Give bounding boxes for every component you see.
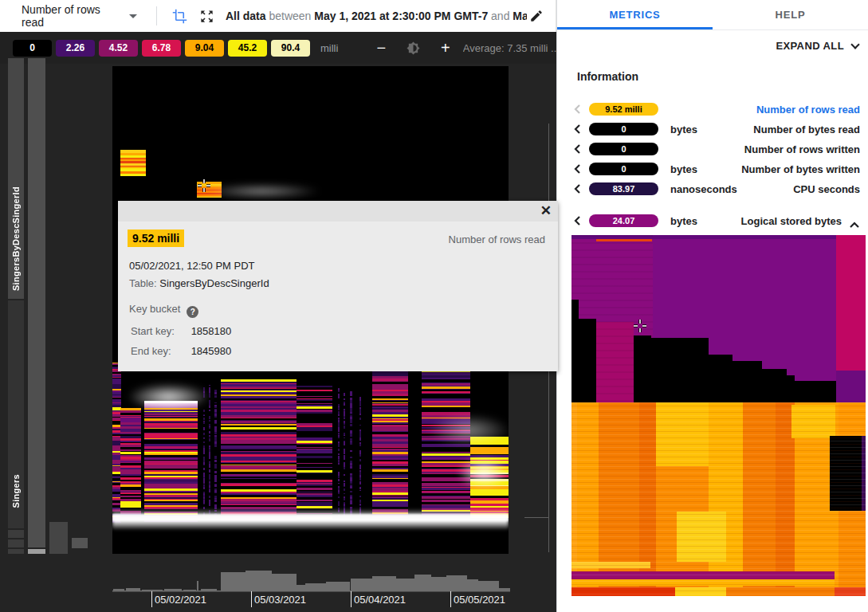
key-axis-segment[interactable] bbox=[72, 538, 88, 548]
metric-name[interactable]: Number of bytes written bbox=[741, 163, 860, 175]
start-key-value: 1858180 bbox=[191, 325, 232, 337]
heatmap-column bbox=[120, 408, 141, 522]
timeline-date-label: 05/03/2021 bbox=[254, 594, 306, 606]
zoom-in-button[interactable]: + bbox=[441, 40, 450, 56]
key-axis-segment[interactable] bbox=[8, 530, 24, 538]
tab-help[interactable]: HELP bbox=[713, 0, 868, 29]
key-bucket-text: Key bucket bbox=[129, 303, 180, 315]
timeline-date-label: 05/04/2021 bbox=[354, 594, 406, 606]
tooltip-value-badge: 9.52 milli bbox=[128, 230, 184, 247]
metric-prev-chevron-icon[interactable] bbox=[573, 183, 582, 198]
metric-unit: bytes bbox=[670, 124, 697, 135]
timeline[interactable]: 05/02/202105/03/202105/04/202105/05/2021 bbox=[0, 554, 556, 612]
tab-metrics[interactable]: METRICS bbox=[557, 0, 713, 29]
chevron-down-icon bbox=[129, 14, 137, 18]
glow bbox=[202, 184, 321, 198]
range-start: May 1, 2021 at 2:30:00 PM GMT-7 bbox=[314, 10, 488, 22]
legend-stops: 02.264.526.789.0445.290.4 bbox=[13, 40, 314, 57]
metric-row: 0bytesNumber of bytes written bbox=[557, 159, 868, 179]
key-visualizer-app: Number of rows read All data between May… bbox=[0, 0, 868, 612]
timeline-tick bbox=[251, 591, 252, 607]
key-bucket-label: Key bucket? bbox=[129, 303, 198, 318]
collapse-icon[interactable] bbox=[849, 218, 860, 232]
metric-prev-chevron-icon[interactable] bbox=[573, 124, 582, 138]
start-key-label: Start key: bbox=[131, 325, 188, 337]
range-between: between bbox=[269, 10, 311, 22]
metric-unit: bytes bbox=[670, 163, 697, 175]
glow bbox=[427, 414, 509, 446]
expanded-metric-heatmap[interactable] bbox=[571, 235, 866, 596]
end-key-label: End key: bbox=[131, 345, 188, 357]
heatmap-column bbox=[350, 389, 352, 516]
timeline-date-label: 05/02/2021 bbox=[155, 594, 206, 606]
legend-swatch: 9.04 bbox=[185, 40, 224, 57]
column-cap bbox=[221, 379, 297, 382]
fullscreen-icon[interactable] bbox=[198, 8, 214, 24]
glow bbox=[127, 383, 210, 410]
edit-icon[interactable] bbox=[528, 8, 544, 24]
metric-name[interactable]: Number of rows written bbox=[744, 143, 860, 155]
metric-prev-chevron-icon[interactable] bbox=[573, 143, 582, 158]
expand-all-button[interactable]: EXPAND ALL bbox=[776, 40, 858, 52]
metric-name[interactable]: Logical stored bytes bbox=[741, 215, 842, 227]
metric-row: 0Number of rows written bbox=[557, 139, 868, 159]
minimap-region bbox=[651, 338, 709, 402]
close-icon[interactable]: ✕ bbox=[540, 204, 552, 218]
crosshair-cursor bbox=[198, 179, 210, 195]
brightness-icon[interactable] bbox=[407, 41, 420, 55]
heatmap-column bbox=[344, 393, 345, 516]
table-label: Table: bbox=[129, 277, 157, 289]
metric-row: 83.97nanosecondsCPU seconds bbox=[557, 179, 868, 199]
range-and: and bbox=[491, 10, 509, 22]
table-axis-bar[interactable]: Singers bbox=[8, 300, 24, 528]
toolbar-divider bbox=[156, 6, 157, 26]
metric-value-badge: 0 bbox=[589, 123, 658, 135]
timeline-tick bbox=[351, 591, 352, 607]
metric-prev-chevron-icon[interactable] bbox=[573, 104, 582, 118]
help-icon[interactable]: ? bbox=[187, 306, 198, 318]
panel-tabs: METRICS HELP bbox=[557, 0, 868, 30]
minimap-crosshair bbox=[634, 320, 646, 335]
metric-row: 0bytesNumber of bytes read bbox=[557, 120, 868, 139]
tooltip-metric-label: Number of rows read bbox=[449, 233, 545, 245]
metric-name[interactable]: CPU seconds bbox=[793, 183, 860, 195]
heatmap-column bbox=[144, 401, 198, 522]
top-toolbar: Number of rows read All data between May… bbox=[0, 0, 556, 32]
timeline-tick bbox=[450, 591, 451, 607]
legend-swatch: 0 bbox=[13, 40, 52, 57]
start-key-row: Start key: 1858180 bbox=[131, 325, 231, 337]
metric-row: 24.07bytesLogical stored bytes bbox=[557, 211, 868, 231]
metric-name[interactable]: Number of rows read bbox=[756, 104, 860, 116]
heatmap-column bbox=[221, 379, 297, 522]
tooltip-timestamp: 05/02/2021, 12:50 PM PDT bbox=[129, 260, 255, 272]
table-axis-label: SingersByDescSingerId bbox=[11, 186, 21, 291]
key-axis-segment[interactable] bbox=[8, 539, 24, 547]
metric-row: 9.52 milliNumber of rows read bbox=[557, 100, 868, 120]
table-axis-label: Singers bbox=[11, 474, 21, 508]
metric-value-badge: 24.07 bbox=[589, 214, 658, 227]
legend-swatch: 4.52 bbox=[99, 40, 138, 57]
crop-icon[interactable] bbox=[171, 8, 187, 24]
legend-swatch: 6.78 bbox=[142, 40, 181, 57]
metric-value-badge: 83.97 bbox=[589, 182, 658, 195]
zoom-out-button[interactable]: − bbox=[376, 40, 386, 56]
range-prefix: All data bbox=[226, 10, 266, 22]
minimap-texture bbox=[571, 402, 866, 596]
metric-unit: nanoseconds bbox=[670, 183, 737, 195]
expand-all-label: EXPAND ALL bbox=[776, 40, 844, 52]
heatmap-column bbox=[338, 385, 340, 516]
tooltip: ✕ 9.52 milli Number of rows read 05/02/2… bbox=[118, 201, 558, 371]
key-axis-bar[interactable] bbox=[28, 58, 45, 547]
metric-prev-chevron-icon[interactable] bbox=[573, 215, 582, 230]
metric-dropdown-label: Number of rows read bbox=[22, 3, 123, 29]
metric-value-badge: 0 bbox=[589, 163, 658, 175]
legend-swatch: 90.4 bbox=[271, 40, 310, 57]
metric-name[interactable]: Number of bytes read bbox=[753, 124, 860, 135]
table-axis-bar[interactable]: SingersByDescSingerId bbox=[8, 58, 24, 299]
minimap-region bbox=[836, 235, 866, 371]
heatmap-column bbox=[372, 369, 408, 518]
metric-prev-chevron-icon[interactable] bbox=[573, 163, 582, 178]
end-key-row: End key: 1845980 bbox=[131, 345, 231, 357]
minimap-texture bbox=[571, 235, 653, 402]
metric-dropdown[interactable]: Number of rows read bbox=[0, 3, 137, 29]
